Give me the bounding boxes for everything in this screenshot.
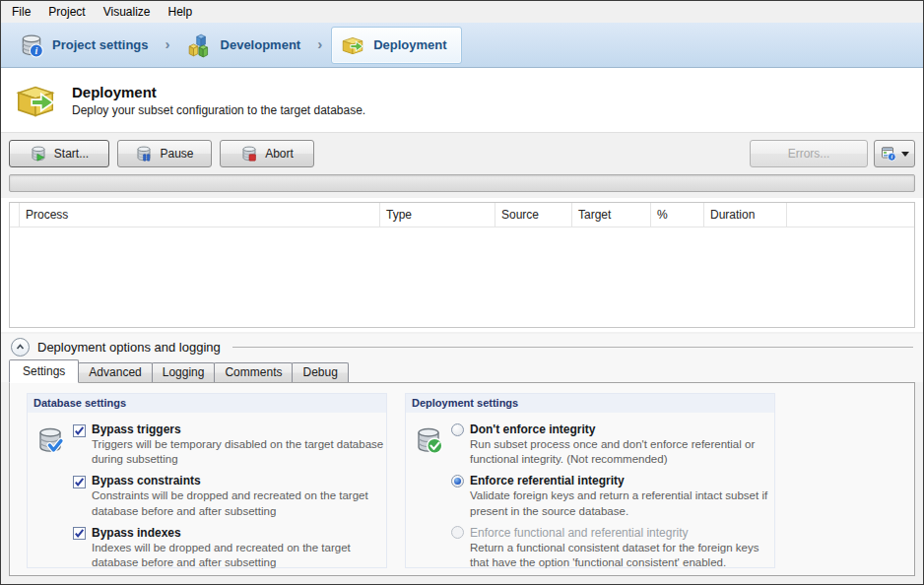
breadcrumb: i Project settings › Development › Deplo… <box>1 23 923 68</box>
breadcrumb-development[interactable]: Development <box>179 28 309 63</box>
bypass-triggers-checkbox[interactable] <box>73 423 86 436</box>
dont-enforce-row: Don't enforce integrity Run subset proce… <box>451 422 774 467</box>
database-pause-icon <box>135 145 153 162</box>
deploy-box-icon <box>340 32 365 58</box>
database-settings-title: Database settings <box>28 394 386 413</box>
abort-button-label: Abort <box>265 147 294 161</box>
errors-button-label: Errors... <box>788 147 830 161</box>
deployment-settings-body: Don't enforce integrity Run subset proce… <box>406 413 774 570</box>
table-header-spacer <box>10 203 20 227</box>
referential-integrity-row: Enforce referential integrity Validate f… <box>451 474 774 518</box>
bypass-indexes-label[interactable]: Bypass indexes <box>92 526 181 540</box>
process-table-wrap: Process Type Source Target % Duration <box>1 198 923 332</box>
menu-help[interactable]: Help <box>160 2 202 22</box>
table-header-duration[interactable]: Duration <box>704 203 787 227</box>
svg-text:i: i <box>35 44 38 55</box>
dont-enforce-description: Run subset process once and don't enforc… <box>470 437 774 467</box>
breadcrumb-label: Deployment <box>373 37 446 52</box>
dont-enforce-radio[interactable] <box>451 423 464 436</box>
bypass-constraints-checkbox[interactable] <box>73 475 86 488</box>
database-start-icon <box>30 145 47 162</box>
bypass-indexes-row: Bypass indexes Indexes will be dropped a… <box>73 526 386 570</box>
functional-integrity-description: Return a functional consistent dataset f… <box>470 541 774 570</box>
dont-enforce-label[interactable]: Don't enforce integrity <box>470 422 596 436</box>
deployment-settings-group: Deployment settings Don't enforce integr… <box>405 393 775 568</box>
options-tabs: Settings Advanced Logging Comments Debug <box>1 359 923 382</box>
bypass-triggers-row: Bypass triggers Triggers will be tempora… <box>73 422 386 467</box>
menu-file[interactable]: File <box>3 2 39 22</box>
tab-debug[interactable]: Debug <box>292 362 348 382</box>
breadcrumb-project-settings[interactable]: i Project settings <box>11 28 157 63</box>
referential-integrity-description: Validate foreign keys and return a refer… <box>470 488 774 518</box>
bypass-triggers-label[interactable]: Bypass triggers <box>92 422 181 436</box>
bypass-indexes-description: Indexes will be dropped and recreated on… <box>92 541 386 570</box>
collapse-button[interactable] <box>11 338 30 357</box>
breadcrumb-separator-icon: › <box>165 35 170 52</box>
table-header-percent[interactable]: % <box>651 203 704 227</box>
abort-button[interactable]: Abort <box>220 140 314 167</box>
pause-button-label: Pause <box>160 147 193 161</box>
start-button-label: Start... <box>54 147 89 161</box>
checkbox-checked-icon <box>73 527 86 540</box>
cubes-icon <box>187 32 213 58</box>
report-dropdown-button[interactable]: i <box>874 140 915 167</box>
menu-visualize[interactable]: Visualize <box>95 2 160 22</box>
database-settings-body: Bypass triggers Triggers will be tempora… <box>28 413 386 570</box>
section-divider <box>232 347 913 348</box>
referential-integrity-label[interactable]: Enforce referential integrity <box>470 474 625 488</box>
app-window: File Project Visualize Help i Project se… <box>0 0 924 585</box>
page-header: Deployment Deploy your subset configurat… <box>1 68 923 133</box>
menu-project[interactable]: Project <box>39 2 94 22</box>
breadcrumb-deployment[interactable]: Deployment <box>331 27 461 64</box>
functional-integrity-radio <box>451 526 464 539</box>
database-ok-icon <box>414 425 443 455</box>
checkbox-checked-icon <box>73 424 86 437</box>
progress-row <box>1 174 923 198</box>
breadcrumb-separator-icon: › <box>317 35 322 52</box>
bypass-constraints-row: Bypass constraints Constraints will be d… <box>73 474 386 518</box>
table-header-type[interactable]: Type <box>380 203 495 227</box>
bypass-triggers-description: Triggers will be temporary disabled on t… <box>92 437 386 467</box>
options-section-title: Deployment options and logging <box>37 340 221 355</box>
tab-logging[interactable]: Logging <box>152 362 216 382</box>
bypass-constraints-description: Constraints will be dropped and recreate… <box>92 488 386 518</box>
progress-bar <box>9 174 915 192</box>
breadcrumb-label: Development <box>221 37 301 52</box>
tab-comments[interactable]: Comments <box>214 362 293 382</box>
table-header-target[interactable]: Target <box>572 203 651 227</box>
bypass-constraints-label[interactable]: Bypass constraints <box>92 474 201 488</box>
checkbox-checked-icon <box>73 476 86 488</box>
options-section-header: Deployment options and logging <box>1 334 923 359</box>
settings-tab-panel: Database settings B <box>9 382 915 576</box>
bypass-indexes-checkbox[interactable] <box>73 526 86 539</box>
database-check-icon <box>35 425 65 455</box>
database-settings-group: Database settings B <box>27 393 387 568</box>
table-header-process[interactable]: Process <box>20 203 380 227</box>
table-header-filler <box>787 203 914 227</box>
functional-integrity-row: Enforce functional and referential integ… <box>451 526 774 570</box>
tab-settings[interactable]: Settings <box>9 359 79 383</box>
start-button[interactable]: Start... <box>9 140 109 167</box>
referential-integrity-radio[interactable] <box>451 475 464 488</box>
database-info-icon: i <box>19 32 44 58</box>
chevron-up-icon <box>15 342 26 353</box>
page-title: Deployment <box>72 84 365 100</box>
chevron-down-icon <box>901 152 909 157</box>
tab-advanced[interactable]: Advanced <box>78 362 152 382</box>
toolbar: Start... Pause Abort Errors... <box>1 133 923 174</box>
database-abort-icon <box>240 145 258 162</box>
deployment-box-icon <box>13 78 58 123</box>
menu-bar: File Project Visualize Help <box>1 1 923 23</box>
deployment-settings-title: Deployment settings <box>406 394 774 413</box>
table-body-empty <box>10 228 914 327</box>
table-header-row: Process Type Source Target % Duration <box>10 203 914 228</box>
process-table: Process Type Source Target % Duration <box>9 202 915 328</box>
report-info-icon: i <box>881 146 896 162</box>
pause-button[interactable]: Pause <box>117 140 212 167</box>
functional-integrity-label: Enforce functional and referential integ… <box>470 526 688 540</box>
page-subtitle: Deploy your subset configuration to the … <box>72 103 365 117</box>
breadcrumb-label: Project settings <box>52 37 149 52</box>
errors-button: Errors... <box>750 140 868 167</box>
table-header-source[interactable]: Source <box>495 203 572 227</box>
